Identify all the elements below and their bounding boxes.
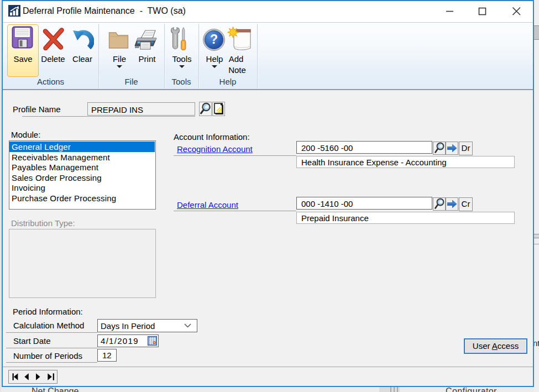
svg-text:?: ? — [210, 32, 218, 46]
